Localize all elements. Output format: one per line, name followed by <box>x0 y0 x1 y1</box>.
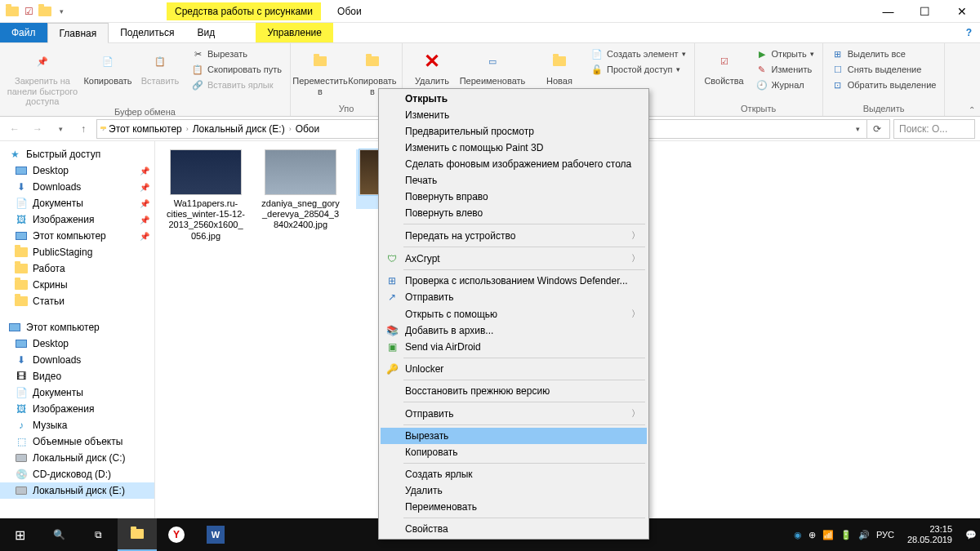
sidebar-desktop2[interactable]: Desktop <box>0 335 154 352</box>
ctx-unlocker[interactable]: 🔑Unlocker <box>381 361 647 377</box>
sidebar-articles[interactable]: Статьи <box>0 293 154 309</box>
up-button[interactable]: ↑ <box>74 119 93 139</box>
taskbar-yandex[interactable]: Y <box>157 518 196 551</box>
ctx-axcrypt[interactable]: 🛡AxCrypt〉 <box>381 250 647 267</box>
sidebar-quick-access[interactable]: ★Быстрый доступ <box>0 146 154 162</box>
sidebar-this-pc-quick[interactable]: Этот компьютер📌 <box>0 228 154 244</box>
sidebar-drive-c[interactable]: Локальный диск (C:) <box>0 450 154 466</box>
history-button[interactable]: 🕘Журнал <box>752 78 817 92</box>
breadcrumb-seg[interactable]: Обои <box>293 123 323 135</box>
ctx-archive[interactable]: 📚Добавить в архив... <box>381 322 647 339</box>
help-icon[interactable]: ? <box>958 23 980 42</box>
ctx-set-wallpaper[interactable]: Сделать фоновым изображением рабочего ст… <box>381 156 647 172</box>
ctx-rename[interactable]: Переименовать <box>381 499 647 515</box>
sidebar-drive-e[interactable]: Локальный диск (E:) <box>0 482 154 499</box>
sidebar-work[interactable]: Работа <box>0 260 154 277</box>
minimize-button[interactable]: — <box>870 0 906 23</box>
recent-dropdown[interactable]: ▾ <box>51 119 70 139</box>
ctx-cast[interactable]: Передать на устройство〉 <box>381 227 647 244</box>
search-button[interactable]: 🔍 <box>39 518 78 551</box>
paste-button[interactable]: 📋 Вставить <box>136 45 185 87</box>
tray-language[interactable]: РУС <box>876 530 894 540</box>
tray-app-icon[interactable]: ◉ <box>794 530 802 540</box>
refresh-button[interactable]: ⟳ <box>866 120 886 138</box>
copy-button[interactable]: 📄 Копировать <box>83 45 132 87</box>
sidebar-pictures2[interactable]: 🖼Изображения <box>0 401 154 417</box>
collapse-ribbon-icon[interactable]: ⌃ <box>969 105 975 114</box>
select-all-button[interactable]: ⊞Выделить все <box>828 47 940 61</box>
sidebar-publicstaging[interactable]: PublicStaging <box>0 244 154 260</box>
invert-selection-button[interactable]: ⊡Обратить выделение <box>828 78 940 92</box>
ctx-copy[interactable]: Копировать <box>381 444 647 460</box>
file-item[interactable]: zdaniya_sneg_gory_derevya_28504_3840x240… <box>261 149 340 231</box>
properties-icon[interactable]: ☑ <box>21 4 36 19</box>
task-view-button[interactable]: ⧉ <box>78 518 118 551</box>
ctx-edit[interactable]: Изменить <box>381 107 647 123</box>
cut-button[interactable]: ✂Вырезать <box>188 47 285 61</box>
sidebar-music[interactable]: ♪Музыка <box>0 417 154 433</box>
rename-button[interactable]: ▭ Переименовать <box>460 45 525 87</box>
sidebar-downloads2[interactable]: ⬇Downloads <box>0 352 154 368</box>
search-input[interactable]: Поиск: О... <box>893 119 975 139</box>
easy-access-button[interactable]: 🔓Простой доступ ▾ <box>587 62 689 77</box>
file-item[interactable]: Wa11papers.ru-cities_winter-15-12-2013_2… <box>167 149 245 242</box>
select-none-button[interactable]: ☐Снять выделение <box>828 62 940 77</box>
tray-battery-icon[interactable]: 🔋 <box>840 530 852 540</box>
tab-manage[interactable]: Управление <box>256 23 333 42</box>
sidebar-pictures[interactable]: 🖼Изображения📌 <box>0 211 154 228</box>
sidebar-documents2[interactable]: 📄Документы <box>0 384 154 401</box>
breadcrumb-seg[interactable]: Этот компьютер <box>106 123 185 135</box>
ctx-shortcut[interactable]: Создать ярлык <box>381 466 647 482</box>
sidebar-drive-d[interactable]: 💿CD-дисковод (D:) <box>0 466 154 482</box>
ctx-rotate-right[interactable]: Повернуть вправо <box>381 189 647 205</box>
new-folder-icon[interactable] <box>38 4 52 19</box>
ctx-paint3d[interactable]: Изменить с помощью Paint 3D <box>381 140 647 156</box>
sidebar-videos[interactable]: 🎞Видео <box>0 368 154 384</box>
forward-button[interactable]: → <box>28 119 47 139</box>
notifications-icon[interactable]: 💬 <box>965 530 977 540</box>
breadcrumb-seg[interactable]: Локальный диск (E:) <box>190 123 287 135</box>
tab-home[interactable]: Главная <box>47 23 109 43</box>
ctx-rotate-left[interactable]: Повернуть влево <box>381 205 647 221</box>
maximize-button[interactable]: ☐ <box>906 0 943 23</box>
qat-dropdown-icon[interactable]: ▾ <box>54 4 69 19</box>
ctx-share[interactable]: ↗Отправить <box>381 289 647 305</box>
sidebar-this-pc[interactable]: Этот компьютер <box>0 319 154 335</box>
taskbar-explorer[interactable] <box>118 518 157 551</box>
ctx-properties[interactable]: Свойства <box>381 521 647 537</box>
ctx-open-with[interactable]: Открыть с помощью〉 <box>381 305 647 322</box>
new-item-button[interactable]: 📄Создать элемент ▾ <box>587 47 689 61</box>
start-button[interactable]: ⊞ <box>0 518 39 551</box>
ctx-delete[interactable]: Удалить <box>381 482 647 499</box>
paste-shortcut-button[interactable]: 🔗Вставить ярлык <box>188 78 285 92</box>
tray-lang-icon[interactable]: ⊕ <box>808 530 816 540</box>
pin-to-quickaccess-button[interactable]: 📌 Закрепить на панели быстрого доступа <box>5 45 80 107</box>
copy-path-button[interactable]: 📋Скопировать путь <box>188 62 285 77</box>
tab-share[interactable]: Поделиться <box>109 23 185 42</box>
tab-view[interactable]: Вид <box>185 23 226 42</box>
tray-wifi-icon[interactable]: 📶 <box>822 530 834 540</box>
sidebar-documents[interactable]: 📄Документы📌 <box>0 195 154 211</box>
navigation-pane[interactable]: ★Быстрый доступ Desktop📌 ⬇Downloads📌 📄До… <box>0 141 155 537</box>
tray-volume-icon[interactable]: 🔊 <box>858 530 870 540</box>
sidebar-screenshots[interactable]: Скрины <box>0 277 154 293</box>
move-to-button[interactable]: Переместить в <box>296 45 345 96</box>
ctx-preview[interactable]: Предварительный просмотр <box>381 123 647 140</box>
taskbar-word[interactable]: W <box>196 518 235 551</box>
edit-button[interactable]: ✎Изменить <box>752 62 817 77</box>
address-dropdown-icon[interactable]: ▾ <box>850 125 865 133</box>
ctx-cut[interactable]: Вырезать <box>381 428 647 444</box>
taskbar-clock[interactable]: 23:15 28.05.2019 <box>901 524 959 544</box>
sidebar-desktop[interactable]: Desktop📌 <box>0 162 154 179</box>
back-button[interactable]: ← <box>5 119 24 139</box>
ctx-defender[interactable]: ⊞Проверка с использованием Windows Defen… <box>381 273 647 289</box>
sidebar-3dobjects[interactable]: ⬚Объемные объекты <box>0 433 154 450</box>
ctx-restore[interactable]: Восстановить прежнюю версию <box>381 383 647 399</box>
sidebar-downloads[interactable]: ⬇Downloads📌 <box>0 179 154 195</box>
properties-button[interactable]: ☑ Свойства <box>700 45 749 87</box>
ctx-send-to[interactable]: Отправить〉 <box>381 405 647 422</box>
ctx-print[interactable]: Печать <box>381 172 647 189</box>
delete-button[interactable]: ✕ Удалить <box>408 45 457 87</box>
ctx-airdroid[interactable]: ▣Send via AirDroid <box>381 339 647 355</box>
ctx-open[interactable]: Открыть <box>381 91 647 107</box>
